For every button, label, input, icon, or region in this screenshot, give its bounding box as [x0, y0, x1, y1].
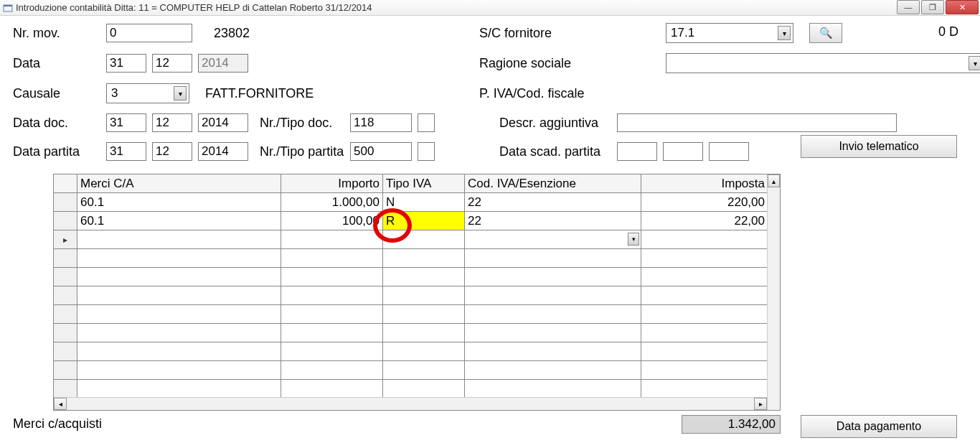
tipo-partita-input[interactable] [418, 142, 435, 161]
label-nr-mov: Nr. mov. [13, 26, 106, 41]
invio-telematico-button[interactable]: Invio telematico [801, 135, 957, 158]
table-row[interactable] [54, 324, 780, 342]
col-header-importo[interactable]: Importo [281, 174, 383, 193]
cell-imposta[interactable]: 22,00 [641, 212, 768, 230]
col-header-tipo-iva[interactable]: Tipo IVA [383, 174, 465, 193]
cell-cod[interactable]: 22 [465, 212, 641, 230]
doc-month-input[interactable] [152, 113, 192, 132]
nr-mov-seq: 23802 [214, 26, 250, 41]
tipo-doc-input[interactable] [418, 113, 435, 132]
nr-mov-input[interactable] [106, 24, 192, 42]
data-year-input [198, 54, 248, 73]
cell-merci[interactable]: 60.1 [77, 212, 281, 230]
table-row[interactable] [54, 268, 780, 286]
table-row[interactable]: ▾ [54, 230, 780, 249]
search-fornitore-button[interactable]: 🔍 [809, 23, 842, 43]
titlebar: Introduzione contabilità Ditta: 11 = COM… [0, 0, 980, 16]
scroll-up-icon[interactable]: ▴ [768, 174, 780, 187]
label-data-partita: Data partita [13, 144, 106, 159]
scad-day-input[interactable] [617, 142, 657, 161]
doc-year-input[interactable] [198, 113, 248, 132]
scad-year-input[interactable] [709, 142, 749, 161]
binoculars-icon: 🔍 [819, 27, 833, 39]
table-row[interactable] [54, 249, 780, 268]
footer-description: Merci c/acquisti [13, 416, 102, 432]
label-data-scad: Data scad. partita [499, 144, 611, 159]
label-piva: P. IVA/Cod. fiscale [479, 86, 666, 101]
cell-importo[interactable]: 1.000,00 [281, 193, 383, 212]
data-pagamento-button[interactable]: Data pagamento [801, 415, 957, 438]
table-row[interactable] [54, 342, 780, 361]
cell-tipo[interactable]: N [383, 193, 465, 212]
minimize-button[interactable]: — [897, 0, 920, 14]
col-header-merci[interactable]: Merci C/A [77, 174, 281, 193]
chevron-down-icon[interactable]: ▾ [628, 233, 639, 246]
label-descr-aggiuntiva: Descr. aggiuntiva [499, 116, 611, 131]
causale-select[interactable]: 3 ▾ [106, 83, 189, 103]
table-row[interactable]: 60.1 1.000,00 N 22 220,00 [54, 193, 780, 212]
chevron-down-icon: ▾ [174, 86, 187, 101]
label-ragione-sociale: Ragione sociale [479, 56, 666, 71]
nr-doc-input[interactable] [350, 113, 412, 132]
cell-cod[interactable]: 22 [465, 193, 641, 212]
table-row[interactable] [54, 361, 780, 380]
close-button[interactable]: ✕ [946, 0, 979, 14]
nr-partita-input[interactable] [350, 142, 412, 161]
grid-header: Merci C/A Importo Tipo IVA Cod. IVA/Esen… [54, 174, 780, 193]
label-nr-tipo-partita: Nr./Tipo partita [260, 144, 344, 159]
label-sc-fornitore: S/C fornitore [479, 26, 666, 41]
label-data-doc: Data doc. [13, 116, 106, 131]
ragione-sociale-select[interactable]: ▾ [666, 53, 980, 73]
partita-year-input[interactable] [198, 142, 248, 161]
cell-merci[interactable]: 60.1 [77, 193, 281, 212]
col-header-imposta[interactable]: Imposta [641, 174, 768, 193]
cell-tipo-active[interactable]: R [383, 212, 465, 230]
horizontal-scrollbar[interactable]: ◂ ▸ [54, 397, 767, 410]
label-data: Data [13, 56, 106, 71]
data-day-input[interactable] [106, 54, 146, 73]
vertical-scrollbar[interactable]: ▴ [767, 174, 780, 410]
scroll-right-icon[interactable]: ▸ [754, 398, 767, 410]
cell-imposta[interactable]: 220,00 [641, 193, 768, 212]
current-row-indicator [54, 230, 77, 249]
table-row[interactable] [54, 380, 780, 398]
col-header-cod-iva[interactable]: Cod. IVA/Esenzione [465, 174, 641, 193]
sc-fornitore-select[interactable]: 17.1 ▾ [666, 23, 793, 43]
chevron-down-icon: ▾ [778, 26, 791, 40]
status-indicator: 0 D [938, 24, 958, 39]
scad-month-input[interactable] [663, 142, 703, 161]
grid-total: 1.342,00 [682, 415, 781, 434]
descr-aggiuntiva-input[interactable] [617, 113, 897, 132]
label-causale: Causale [13, 86, 106, 101]
causale-description: FATT.FORNITORE [205, 86, 314, 101]
chevron-down-icon: ▾ [969, 56, 980, 70]
table-row[interactable] [54, 286, 780, 305]
entries-grid[interactable]: Merci C/A Importo Tipo IVA Cod. IVA/Esen… [53, 174, 781, 411]
table-row[interactable]: 60.1 100,00 R 22 22,00 [54, 212, 780, 230]
partita-day-input[interactable] [106, 142, 146, 161]
cell-importo[interactable]: 100,00 [281, 212, 383, 230]
scroll-left-icon[interactable]: ◂ [54, 398, 67, 410]
data-month-input[interactable] [152, 54, 192, 73]
app-icon [3, 3, 13, 13]
table-row[interactable] [54, 305, 780, 324]
svg-rect-1 [4, 5, 12, 6]
label-nr-tipo-doc: Nr./Tipo doc. [260, 116, 344, 131]
window-title: Introduzione contabilità Ditta: 11 = COM… [16, 2, 372, 13]
doc-day-input[interactable] [106, 113, 146, 132]
maximize-button[interactable]: ❐ [921, 0, 944, 14]
partita-month-input[interactable] [152, 142, 192, 161]
